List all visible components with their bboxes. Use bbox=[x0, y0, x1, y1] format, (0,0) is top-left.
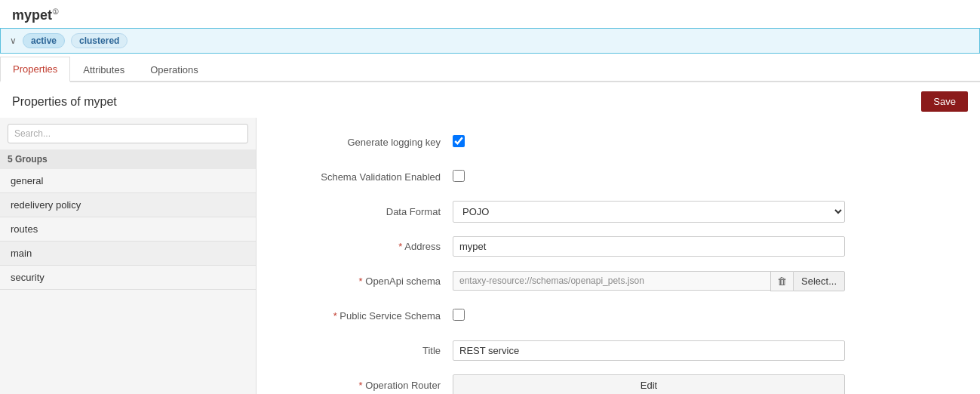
sidebar-item-general[interactable]: general bbox=[0, 169, 256, 193]
label-public-service-schema: Public Service Schema bbox=[287, 310, 453, 322]
input-title[interactable] bbox=[453, 340, 845, 361]
control-operation-router: Edit bbox=[453, 374, 845, 395]
control-data-format: POJO JSON XML bbox=[453, 201, 845, 223]
checkbox-schema-validation[interactable] bbox=[453, 170, 465, 182]
edit-operation-router-button[interactable]: Edit bbox=[453, 374, 845, 395]
label-operation-router: Operation Router bbox=[287, 380, 453, 391]
page-title-row: Properties of mypet Save bbox=[0, 82, 980, 118]
label-address: Address bbox=[287, 241, 453, 252]
search-input[interactable] bbox=[8, 124, 248, 143]
control-openapi-schema: 🗑 Select... bbox=[453, 271, 845, 291]
app-title: mypet① bbox=[12, 8, 59, 23]
control-public-service-schema bbox=[453, 309, 845, 323]
badge-active: active bbox=[23, 33, 65, 48]
delete-schema-button[interactable]: 🗑 bbox=[770, 271, 793, 291]
control-title bbox=[453, 340, 845, 361]
input-openapi-schema[interactable] bbox=[453, 271, 770, 291]
sidebar-item-redelivery-policy[interactable]: redelivery policy bbox=[0, 193, 256, 217]
page-title: Properties of mypet bbox=[12, 95, 117, 109]
main-layout: 5 Groups general redelivery policy route… bbox=[0, 118, 980, 394]
select-schema-button[interactable]: Select... bbox=[793, 271, 845, 291]
sidebar-item-security[interactable]: security bbox=[0, 266, 256, 290]
status-bar: ∨ active clustered bbox=[0, 28, 980, 54]
form-row-public-service-schema: Public Service Schema bbox=[287, 303, 950, 328]
sidebar-search-container bbox=[0, 118, 256, 149]
control-generate-logging-key bbox=[453, 135, 845, 149]
select-data-format[interactable]: POJO JSON XML bbox=[453, 201, 845, 223]
content-area: Generate logging key Schema Validation E… bbox=[257, 118, 980, 394]
form-row-title: Title bbox=[287, 338, 950, 362]
tab-properties[interactable]: Properties bbox=[0, 57, 70, 82]
label-generate-logging-key: Generate logging key bbox=[287, 137, 453, 148]
control-address bbox=[453, 236, 845, 257]
app-header: mypet① bbox=[0, 0, 980, 28]
label-openapi-schema: OpenApi schema bbox=[287, 275, 453, 287]
form-row-operation-router: Operation Router Edit bbox=[287, 373, 950, 394]
sidebar-item-main[interactable]: main bbox=[0, 242, 256, 266]
label-schema-validation: Schema Validation Enabled bbox=[287, 171, 453, 183]
sidebar-group-count: 5 Groups bbox=[0, 149, 256, 169]
label-data-format: Data Format bbox=[287, 206, 453, 217]
sidebar-item-routes[interactable]: routes bbox=[0, 217, 256, 242]
control-schema-validation bbox=[453, 170, 845, 184]
chevron-down-icon[interactable]: ∨ bbox=[10, 35, 17, 46]
label-title: Title bbox=[287, 345, 453, 356]
tab-attributes[interactable]: Attributes bbox=[70, 57, 137, 82]
input-address[interactable] bbox=[453, 236, 845, 257]
badge-clustered: clustered bbox=[71, 33, 127, 48]
tabs-nav: Properties Attributes Operations bbox=[0, 57, 980, 82]
form-row-schema-validation: Schema Validation Enabled bbox=[287, 165, 950, 189]
form-row-openapi-schema: OpenApi schema 🗑 Select... bbox=[287, 269, 950, 293]
tab-operations[interactable]: Operations bbox=[137, 57, 211, 82]
sidebar: 5 Groups general redelivery policy route… bbox=[0, 118, 257, 394]
checkbox-public-service-schema[interactable] bbox=[453, 309, 465, 321]
form-row-address: Address bbox=[287, 234, 950, 258]
checkbox-generate-logging-key[interactable] bbox=[453, 135, 465, 147]
form-row-data-format: Data Format POJO JSON XML bbox=[287, 199, 950, 223]
save-button[interactable]: Save bbox=[921, 91, 968, 112]
form-row-generate-logging-key: Generate logging key bbox=[287, 130, 950, 154]
